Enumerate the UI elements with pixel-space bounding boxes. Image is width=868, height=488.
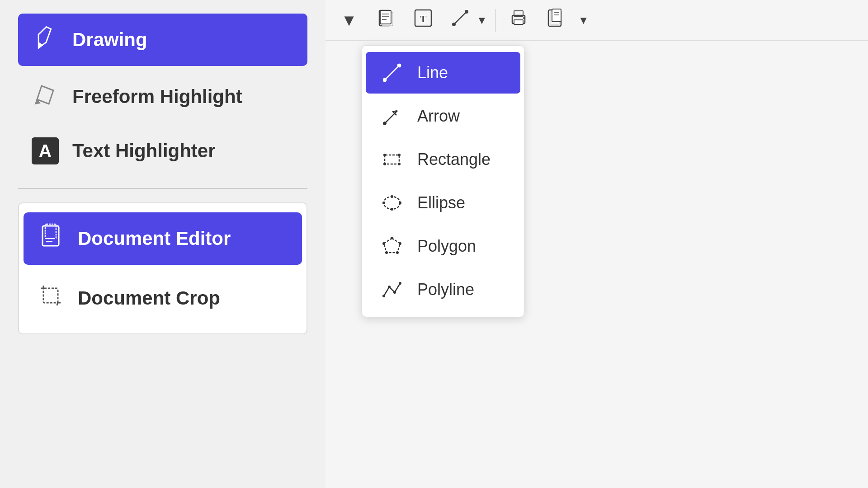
toolbar-separator — [495, 9, 496, 32]
line-icon — [379, 60, 405, 85]
menu-item-document-crop[interactable]: Document Crop — [24, 272, 302, 324]
dropdown-item-arrow[interactable]: Arrow — [366, 95, 520, 137]
rectangle-label: Rectangle — [417, 150, 491, 169]
more-chevron-icon[interactable]: ▼ — [578, 14, 589, 27]
svg-point-54 — [388, 286, 391, 288]
arrow-label: Arrow — [417, 107, 460, 126]
svg-point-45 — [391, 195, 393, 198]
line-label: Line — [417, 63, 448, 82]
line-tool-button[interactable] — [446, 6, 475, 35]
document-editor-icon — [37, 222, 64, 255]
svg-point-41 — [398, 163, 401, 165]
svg-rect-29 — [552, 9, 561, 22]
document-icon — [377, 9, 396, 32]
line-tool-icon — [450, 8, 470, 32]
dropdown-item-rectangle[interactable]: Rectangle — [366, 139, 520, 180]
left-panel: Drawing Freeform Highlight A Text Highli… — [0, 0, 326, 488]
dropdown-item-ellipse[interactable]: Ellipse — [366, 182, 520, 224]
svg-point-43 — [382, 202, 385, 204]
ellipse-icon — [379, 190, 405, 216]
svg-point-53 — [382, 295, 385, 297]
svg-point-26 — [523, 17, 525, 19]
line-tool-dropdown-menu: Line Arrow — [362, 45, 524, 317]
menu-item-freeform-highlight[interactable]: Freeform Highlight — [18, 70, 307, 123]
document-crop-label: Document Crop — [78, 287, 220, 309]
document-button[interactable] — [372, 6, 401, 35]
polygon-icon — [379, 234, 405, 259]
svg-rect-4 — [43, 288, 58, 303]
text-highlighter-icon: A — [32, 137, 59, 164]
text-highlighter-label: Text Highlighter — [72, 140, 216, 162]
line-chevron-icon: ▼ — [476, 14, 487, 27]
freeform-highlight-icon — [32, 80, 59, 113]
polyline-icon — [379, 277, 405, 302]
print-button[interactable] — [504, 6, 533, 35]
menu-item-document-editor[interactable]: Document Editor — [24, 212, 302, 265]
drawing-icon — [27, 20, 63, 60]
toolbar: ▼ — [326, 0, 868, 41]
svg-rect-14 — [380, 10, 391, 24]
svg-point-52 — [382, 242, 385, 245]
menu-item-drawing[interactable]: Drawing — [18, 14, 307, 66]
ellipse-label: Ellipse — [417, 193, 465, 212]
dropdown-item-line[interactable]: Line — [366, 52, 520, 94]
svg-rect-37 — [385, 155, 399, 164]
document-crop-icon — [37, 282, 64, 314]
polygon-label: Polygon — [417, 237, 476, 256]
dropdown-item-polyline[interactable]: Polyline — [366, 269, 520, 310]
content-area: Line Arrow — [326, 41, 868, 488]
share-button[interactable] — [541, 6, 570, 35]
svg-text:T: T — [420, 13, 427, 24]
section-divider — [18, 188, 307, 189]
text-button[interactable]: T — [409, 6, 438, 35]
polyline-label: Polyline — [417, 280, 474, 299]
svg-point-44 — [399, 202, 401, 204]
bottom-section-card: Document Editor Document Crop — [18, 202, 307, 334]
svg-point-51 — [385, 251, 388, 254]
svg-point-39 — [398, 154, 401, 156]
svg-line-36 — [385, 111, 397, 123]
print-icon — [509, 8, 528, 32]
arrow-icon — [379, 103, 405, 129]
right-panel: ▼ — [326, 0, 868, 488]
svg-point-50 — [396, 251, 399, 254]
dropdown-arrow-button[interactable]: ▼ — [335, 6, 363, 35]
text-icon: T — [413, 8, 433, 32]
rectangle-icon — [379, 147, 405, 172]
chevron-down-icon: ▼ — [341, 11, 357, 30]
svg-rect-25 — [514, 20, 523, 24]
svg-point-49 — [399, 242, 401, 245]
svg-point-55 — [393, 291, 396, 294]
line-tool-dropdown[interactable]: ▼ — [446, 6, 487, 35]
dropdown-item-polygon[interactable]: Polygon — [366, 225, 520, 267]
svg-point-46 — [391, 208, 393, 211]
svg-line-22 — [454, 12, 467, 24]
svg-point-42 — [384, 197, 400, 209]
svg-point-38 — [383, 154, 386, 156]
svg-point-48 — [391, 237, 393, 239]
svg-point-40 — [383, 163, 386, 165]
menu-item-text-highlighter[interactable]: A Text Highlighter — [18, 127, 307, 174]
svg-point-56 — [399, 282, 401, 285]
share-icon — [546, 8, 566, 32]
svg-marker-47 — [384, 238, 400, 253]
drawing-section: Drawing Freeform Highlight A Text Highli… — [18, 14, 307, 174]
document-editor-label: Document Editor — [78, 228, 231, 249]
drawing-label: Drawing — [72, 29, 147, 51]
svg-line-34 — [385, 66, 399, 80]
freeform-highlight-label: Freeform Highlight — [72, 86, 242, 108]
